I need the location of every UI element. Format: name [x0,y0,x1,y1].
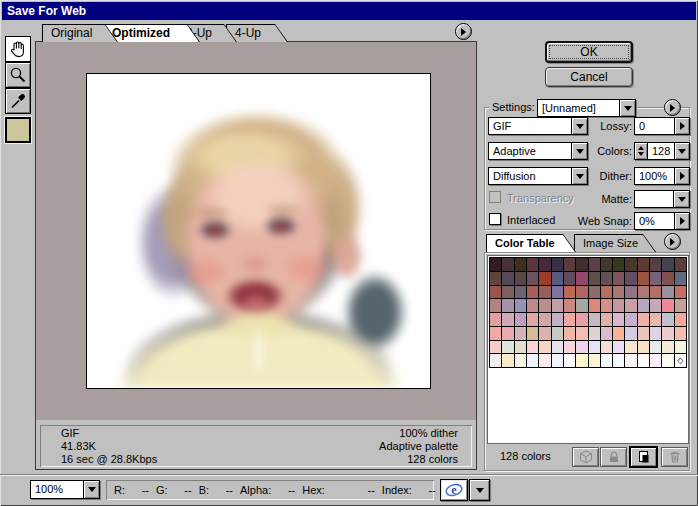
color-swatch[interactable] [589,354,600,367]
color-swatch[interactable] [638,258,649,271]
dither-slider-button[interactable] [674,168,689,184]
color-swatch[interactable] [552,354,563,367]
color-swatch[interactable] [625,258,636,271]
interlaced-checkbox[interactable] [489,213,501,225]
colors-field[interactable]: 128 [634,142,690,160]
color-swatch[interactable] [576,354,587,367]
color-swatch[interactable] [601,286,612,299]
color-swatch[interactable] [539,272,550,285]
color-swatch[interactable] [490,327,501,340]
zoom-level-dropdown[interactable]: 100% [30,480,100,499]
web-snap-field[interactable]: 0% [634,212,690,230]
color-swatch[interactable] [576,272,587,285]
color-swatch[interactable] [650,272,661,285]
color-swatch[interactable] [613,286,624,299]
color-swatch[interactable] [515,327,526,340]
color-swatch[interactable] [502,341,513,354]
color-swatch[interactable] [662,258,673,271]
color-swatch[interactable] [613,327,624,340]
color-table-menu-button[interactable] [664,233,681,250]
color-swatch[interactable] [515,341,526,354]
color-swatch[interactable] [625,313,636,326]
color-swatch[interactable] [527,272,538,285]
color-swatch[interactable] [515,313,526,326]
color-swatch[interactable] [675,258,686,271]
color-swatch[interactable] [527,286,538,299]
color-swatch[interactable] [650,299,661,312]
color-swatch[interactable] [515,258,526,271]
color-swatch[interactable] [650,354,661,367]
color-swatch[interactable] [601,258,612,271]
zoom-tool-button[interactable] [5,62,31,88]
color-swatch[interactable] [589,299,600,312]
color-swatch[interactable] [675,341,686,354]
dither-field[interactable]: 100% [634,167,690,185]
color-swatch[interactable] [650,313,661,326]
color-swatch[interactable] [662,327,673,340]
eyedropper-color-swatch[interactable] [5,117,31,143]
color-swatch[interactable] [589,313,600,326]
color-swatch[interactable] [638,286,649,299]
tab-image-size[interactable]: Image Size [574,234,656,252]
color-swatch[interactable] [564,354,575,367]
color-swatch[interactable] [662,299,673,312]
color-swatch[interactable] [576,341,587,354]
color-swatch[interactable] [638,299,649,312]
color-swatch[interactable] [552,327,563,340]
color-swatch[interactable] [613,299,624,312]
color-swatch[interactable] [625,327,636,340]
color-swatch[interactable] [601,354,612,367]
color-swatch[interactable] [527,299,538,312]
color-swatch[interactable] [650,286,661,299]
color-swatch[interactable] [502,299,513,312]
color-swatch[interactable] [490,341,501,354]
eyedropper-tool-button[interactable] [5,88,31,114]
color-swatch[interactable] [502,327,513,340]
color-swatch[interactable] [613,341,624,354]
color-swatch[interactable] [675,286,686,299]
color-swatch[interactable] [564,299,575,312]
color-swatch[interactable] [675,327,686,340]
color-swatch[interactable] [650,341,661,354]
palette-dropdown[interactable]: Adaptive [488,142,588,160]
color-swatch[interactable] [527,341,538,354]
color-swatch[interactable] [662,286,673,299]
color-swatch[interactable] [662,272,673,285]
matte-dropdown[interactable] [634,190,690,208]
color-swatch[interactable] [576,258,587,271]
color-swatch[interactable] [552,299,563,312]
preview-menu-button[interactable] [455,23,472,40]
color-swatch[interactable] [662,313,673,326]
color-swatch[interactable] [625,272,636,285]
color-swatch[interactable] [675,313,686,326]
settings-preset-dropdown[interactable]: [Unnamed] [537,99,636,117]
color-swatch[interactable] [527,258,538,271]
new-color-button[interactable] [630,447,657,467]
color-swatch[interactable] [515,272,526,285]
color-swatch[interactable] [638,272,649,285]
optimized-preview-area[interactable] [36,42,476,420]
color-swatch[interactable] [502,313,513,326]
lossy-slider-button[interactable] [674,118,689,134]
tab-color-table[interactable]: Color Table [486,234,576,252]
color-swatch[interactable] [490,313,501,326]
color-swatch[interactable] [625,341,636,354]
color-swatch[interactable] [662,341,673,354]
color-swatch[interactable] [564,313,575,326]
color-swatch[interactable] [638,327,649,340]
color-swatch[interactable] [576,327,587,340]
color-swatch[interactable] [650,327,661,340]
color-swatch[interactable] [601,341,612,354]
color-swatch[interactable] [576,286,587,299]
color-swatch[interactable] [539,258,550,271]
colors-spinner[interactable] [635,143,648,159]
lossy-field[interactable]: 0 [634,117,690,135]
color-swatch[interactable] [502,354,513,367]
settings-menu-button[interactable] [664,99,681,116]
color-swatch[interactable] [527,313,538,326]
cancel-button[interactable]: Cancel [545,67,633,87]
format-dropdown[interactable]: GIF [488,117,588,135]
color-swatch[interactable] [613,258,624,271]
color-swatch[interactable] [638,313,649,326]
color-swatch[interactable] [638,354,649,367]
